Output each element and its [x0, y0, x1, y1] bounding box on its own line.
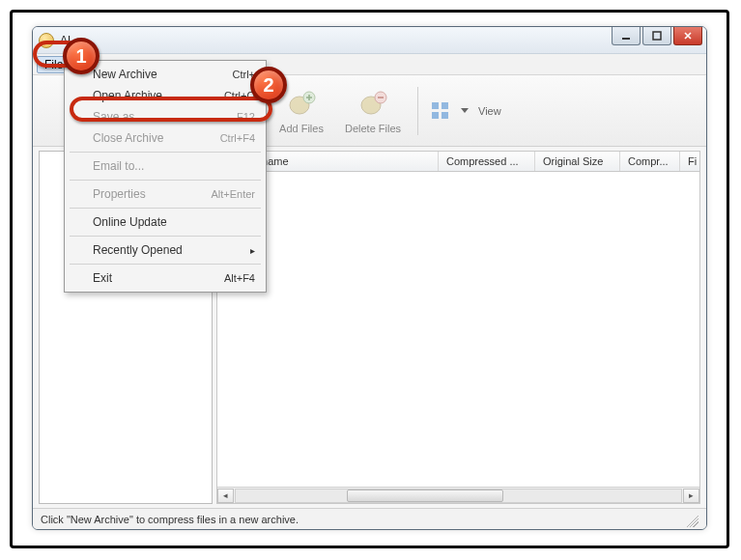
menu-separator [70, 180, 261, 181]
close-button[interactable] [673, 27, 702, 45]
menu-item-label: Properties [93, 187, 146, 201]
view-switcher[interactable]: View [430, 100, 501, 122]
col-compressed[interactable]: Compressed ... [439, 152, 535, 171]
menu-item-shortcut: Alt+Enter [211, 188, 255, 200]
resize-grip[interactable] [683, 512, 698, 527]
menu-item-new-archive[interactable]: New ArchiveCtrl+ [68, 64, 263, 85]
toolbar-separator [417, 87, 418, 135]
menu-separator [70, 208, 261, 209]
menu-item-label: Close Archive [93, 131, 163, 145]
menu-item-recently-opened[interactable]: Recently Opened▸ [68, 239, 263, 261]
menu-separator [70, 152, 261, 153]
svg-rect-0 [622, 38, 630, 40]
menu-item-label: Recently Opened [93, 243, 183, 257]
menu-item-label: Email to... [93, 159, 144, 173]
menu-item-online-update[interactable]: Online Update [68, 211, 263, 233]
status-text: Click "New Archive" to compress files in… [41, 514, 299, 525]
delete-files-button[interactable]: Delete Files [340, 81, 406, 141]
delete-files-label: Delete Files [345, 123, 401, 134]
svg-rect-9 [442, 112, 448, 119]
add-files-label: Add Files [279, 123, 324, 134]
view-grid-icon [430, 100, 451, 122]
scroll-left-icon[interactable]: ◂ [217, 489, 234, 503]
maximize-button[interactable] [642, 27, 671, 45]
col-original-size[interactable]: Original Size [535, 152, 620, 171]
menu-item-label: New Archive [93, 68, 157, 81]
svg-rect-6 [432, 102, 439, 109]
svg-rect-1 [653, 32, 661, 40]
statusbar: Click "New Archive" to compress files in… [33, 508, 706, 529]
column-headers: ename Compressed ... Original Size Compr… [216, 151, 700, 172]
scroll-right-icon[interactable]: ▸ [683, 489, 699, 503]
chevron-down-icon [461, 108, 469, 113]
scroll-thumb[interactable] [347, 490, 502, 502]
menu-item-label: Exit [93, 271, 112, 285]
menu-item-properties: PropertiesAlt+Enter [68, 183, 263, 205]
minimize-button[interactable] [612, 27, 641, 45]
highlight-ring-2 [70, 97, 272, 122]
col-fi[interactable]: Fi [680, 152, 699, 171]
view-label: View [478, 105, 501, 117]
file-list[interactable]: ◂ ▸ [216, 172, 700, 504]
menu-item-email-to: Email to... [68, 155, 263, 177]
menu-separator [70, 236, 261, 237]
add-files-icon [286, 88, 317, 119]
submenu-arrow-icon: ▸ [250, 245, 255, 256]
menu-separator [70, 264, 261, 265]
menu-item-label: Online Update [93, 215, 167, 229]
app-window: AL File Action View Option [32, 26, 707, 530]
svg-rect-8 [432, 112, 439, 119]
horizontal-scrollbar[interactable]: ◂ ▸ [217, 487, 699, 503]
col-compr[interactable]: Compr... [620, 152, 680, 171]
callout-badge-2: 2 [250, 67, 287, 103]
menu-item-shortcut: Alt+F4 [224, 272, 255, 284]
menu-item-close-archive: Close ArchiveCtrl+F4 [68, 127, 263, 149]
svg-rect-7 [442, 102, 448, 109]
delete-files-icon [357, 88, 388, 119]
file-menu-dropdown: New ArchiveCtrl+Open ArchiveCtrl+OSave a… [64, 60, 267, 293]
menu-item-shortcut: Ctrl+F4 [220, 132, 255, 144]
menu-item-exit[interactable]: ExitAlt+F4 [68, 267, 263, 289]
callout-badge-1: 1 [63, 38, 100, 74]
titlebar[interactable]: AL [33, 27, 706, 54]
